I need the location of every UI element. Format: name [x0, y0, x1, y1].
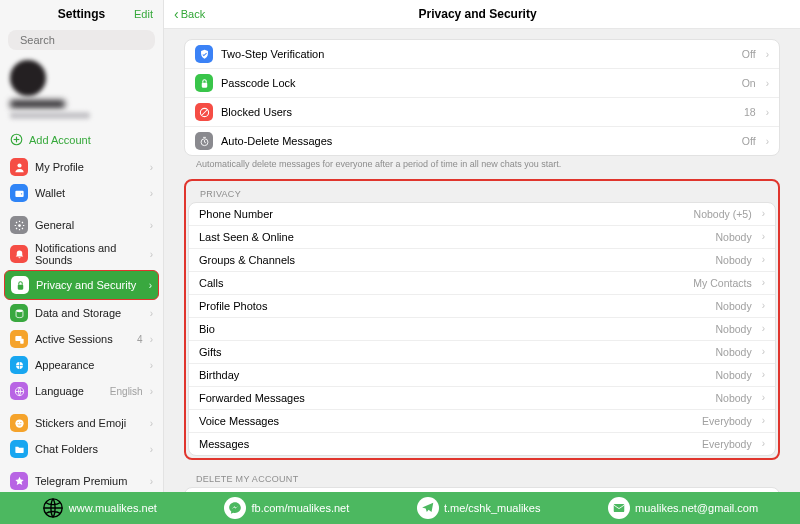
chevron-right-icon: ›: [150, 334, 153, 345]
search-field[interactable]: [8, 30, 155, 50]
block-icon: [195, 103, 213, 121]
sidebar-item-language[interactable]: Language English ›: [0, 378, 163, 404]
svg-point-7: [20, 193, 21, 194]
privacy-row-gifts[interactable]: Gifts Nobody ›: [189, 341, 775, 364]
row-label: Voice Messages: [199, 415, 694, 427]
shield-icon: [195, 45, 213, 63]
row-value: Off: [742, 48, 756, 60]
privacy-row-last-seen-online[interactable]: Last Seen & Online Nobody ›: [189, 226, 775, 249]
row-value: My Contacts: [693, 277, 751, 289]
footer-link-2[interactable]: t.me/cshk_mualikes: [417, 497, 541, 519]
wallet-icon: [10, 184, 28, 202]
chevron-right-icon: ›: [766, 78, 769, 89]
row-value: Everybody: [702, 438, 752, 450]
row-value: Nobody: [715, 346, 751, 358]
bell-icon: [10, 245, 28, 263]
edit-button[interactable]: Edit: [134, 8, 153, 20]
back-button[interactable]: ‹ Back: [174, 6, 205, 22]
privacy-row-birthday[interactable]: Birthday Nobody ›: [189, 364, 775, 387]
page-title: Privacy and Security: [205, 7, 750, 21]
security-footer: Automatically delete messages for everyo…: [184, 156, 780, 171]
sidebar-item-active-sessions[interactable]: Active Sessions 4 ›: [0, 326, 163, 352]
sidebar-item-wallet[interactable]: Wallet ›: [0, 180, 163, 206]
add-account-label: Add Account: [29, 134, 91, 146]
profile-block[interactable]: [0, 54, 163, 127]
svg-point-15: [15, 419, 23, 427]
gear-icon: [10, 216, 28, 234]
sidebar-item-label: Data and Storage: [35, 307, 143, 319]
row-label: Forwarded Messages: [199, 392, 707, 404]
privacy-row-bio[interactable]: Bio Nobody ›: [189, 318, 775, 341]
row-label: Passcode Lock: [221, 77, 734, 89]
security-row-blocked-users[interactable]: Blocked Users 18 ›: [185, 98, 779, 127]
row-label: Calls: [199, 277, 685, 289]
sidebar-item-my-profile[interactable]: My Profile ›: [0, 154, 163, 180]
sidebar-item-label: Privacy and Security: [36, 279, 142, 291]
row-value: Nobody: [715, 231, 751, 243]
security-row-two-step-verification[interactable]: Two-Step Verification Off ›: [185, 40, 779, 69]
sidebar-item-privacy-and-security[interactable]: Privacy and Security ›: [5, 271, 158, 299]
row-label: Two-Step Verification: [221, 48, 734, 60]
content-body[interactable]: Two-Step Verification Off › Passcode Loc…: [164, 29, 800, 492]
svg-point-5: [17, 163, 21, 167]
row-value: Everybody: [702, 415, 752, 427]
back-label: Back: [181, 8, 205, 20]
globe-icon: [10, 382, 28, 400]
privacy-row-calls[interactable]: Calls My Contacts ›: [189, 272, 775, 295]
svg-point-16: [17, 421, 18, 422]
privacy-row-forwarded-messages[interactable]: Forwarded Messages Nobody ›: [189, 387, 775, 410]
sidebar-menu[interactable]: My Profile › Wallet › General › Notifica…: [0, 154, 163, 492]
sidebar-item-telegram-premium[interactable]: Telegram Premium ›: [0, 468, 163, 492]
footer-link-3[interactable]: mualikes.net@gmail.com: [608, 497, 758, 519]
privacy-row-phone-number[interactable]: Phone Number Nobody (+5) ›: [189, 203, 775, 226]
chevron-right-icon: ›: [150, 476, 153, 487]
sidebar-item-label: Appearance: [35, 359, 143, 371]
chevron-right-icon: ›: [762, 415, 765, 426]
privacy-row-messages[interactable]: Messages Everybody ›: [189, 433, 775, 455]
mail-icon: [608, 497, 630, 519]
search-input[interactable]: [20, 34, 158, 46]
footer-link-0[interactable]: www.mualikes.net: [42, 497, 157, 519]
lock-icon: [11, 276, 29, 294]
chevron-right-icon: ›: [150, 249, 153, 260]
chevron-left-icon: ‹: [174, 6, 179, 22]
data-icon: [10, 304, 28, 322]
privacy-row-voice-messages[interactable]: Voice Messages Everybody ›: [189, 410, 775, 433]
lock-icon: [195, 74, 213, 92]
sidebar-item-label: Wallet: [35, 187, 143, 199]
sidebar-item-chat-folders[interactable]: Chat Folders ›: [0, 436, 163, 462]
row-value: Nobody: [715, 369, 751, 381]
sidebar-item-general[interactable]: General ›: [0, 212, 163, 238]
chevron-right-icon: ›: [762, 231, 765, 242]
row-value: Nobody: [715, 254, 751, 266]
svg-point-8: [18, 224, 21, 227]
svg-point-10: [16, 309, 23, 312]
security-row-auto-delete-messages[interactable]: Auto-Delete Messages Off ›: [185, 127, 779, 155]
highlighted-privacy: PRIVACY Phone Number Nobody (+5) ›Last S…: [184, 179, 780, 460]
sidebar-item-stickers-and-emoji[interactable]: Stickers and Emoji ›: [0, 410, 163, 436]
chevron-right-icon: ›: [762, 208, 765, 219]
row-label: Profile Photos: [199, 300, 707, 312]
timer-icon: [195, 132, 213, 150]
row-value: Off: [742, 135, 756, 147]
sidebar-item-appearance[interactable]: Appearance ›: [0, 352, 163, 378]
chevron-right-icon: ›: [766, 49, 769, 60]
row-value: Nobody: [715, 300, 751, 312]
sidebar-accessory: English: [110, 386, 143, 397]
chevron-right-icon: ›: [150, 188, 153, 199]
row-value: 18: [744, 106, 756, 118]
svg-line-24: [201, 109, 207, 115]
privacy-row-groups-channels[interactable]: Groups & Channels Nobody ›: [189, 249, 775, 272]
footer-link-label: fb.com/mualikes.net: [251, 502, 349, 514]
sidebar-item-notifications-and-sounds[interactable]: Notifications and Sounds ›: [0, 238, 163, 270]
security-row-passcode-lock[interactable]: Passcode Lock On ›: [185, 69, 779, 98]
footer-link-1[interactable]: fb.com/mualikes.net: [224, 497, 349, 519]
chevron-right-icon: ›: [150, 308, 153, 319]
sidebar-item-data-and-storage[interactable]: Data and Storage ›: [0, 300, 163, 326]
row-label: Bio: [199, 323, 707, 335]
add-account[interactable]: Add Account: [0, 127, 163, 154]
privacy-row-profile-photos[interactable]: Profile Photos Nobody ›: [189, 295, 775, 318]
delete-account-section: DELETE MY ACCOUNT If Away For 18 months …: [184, 468, 780, 492]
row-value: Nobody (+5): [694, 208, 752, 220]
footer-link-label: t.me/cshk_mualikes: [444, 502, 541, 514]
